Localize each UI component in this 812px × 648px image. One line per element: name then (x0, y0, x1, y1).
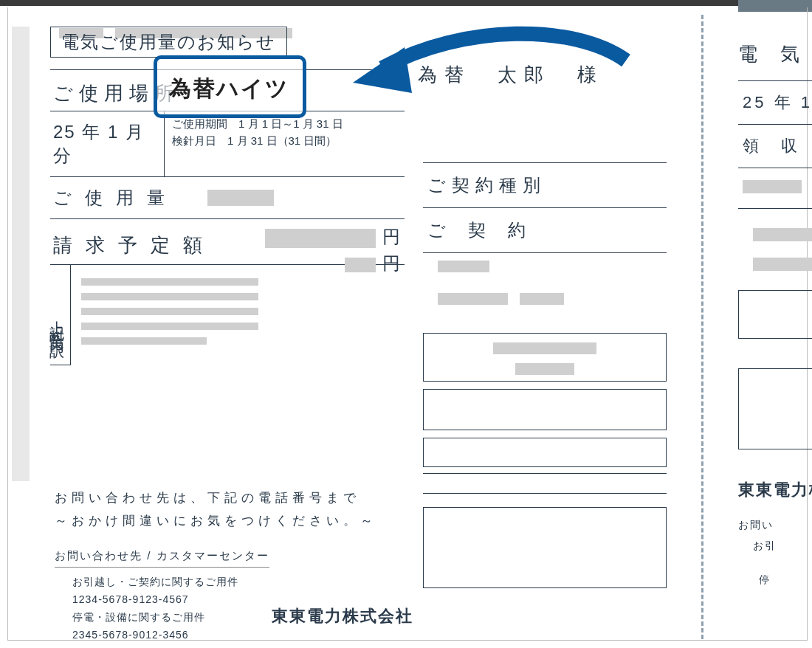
placeholder-bar (81, 293, 258, 300)
left-column: ご使用場所 為替ハイツ 25 年 1 月分 ご使用期間 1 月 1 日～1 月 … (50, 69, 405, 365)
usage-period: ご使用期間 1 月 1 日～1 月 31 日 (172, 116, 397, 133)
perforation-divider (701, 15, 703, 639)
stub-receipt-label: 領 収 金 (738, 124, 812, 168)
stub-inquiry: お引 (738, 540, 812, 553)
info-box (423, 333, 667, 382)
yen-unit: 円 (382, 253, 402, 273)
placeholder-bar (81, 337, 207, 345)
bill-label: 請求予定額 (53, 232, 216, 258)
stub-month: 25 年 1 (738, 80, 812, 124)
placeholder-bar (81, 323, 258, 330)
placeholder-bar (265, 229, 376, 248)
top-right-tab (738, 0, 812, 12)
stub-box (738, 368, 812, 449)
placeholder-bar (753, 228, 812, 241)
placeholder-bar (753, 258, 812, 271)
inquiry-line: ～おかけ間違いにお気をつけください。～ (55, 510, 377, 533)
location-value: 為替ハイツ (169, 76, 289, 100)
stub-title: 電 気 (738, 41, 812, 67)
inquiry-tel: 2345-5678-9012-3456 (72, 627, 377, 644)
stub-box (738, 290, 812, 339)
divider (423, 493, 667, 494)
contract-label: ご契約 (427, 218, 548, 242)
info-box (423, 389, 667, 430)
stub-company: 東東電力株 (738, 479, 812, 501)
top-dark-bar (0, 0, 812, 6)
left-margin-gray (12, 27, 30, 481)
breakdown-body (71, 265, 405, 365)
placeholder-bar (81, 278, 258, 286)
usage-label: ご使用量 (53, 186, 178, 210)
stub-inquiry: 停 (738, 573, 812, 587)
placeholder-bar (520, 293, 564, 305)
placeholder-bar (493, 342, 596, 354)
location-highlight-box: 為替ハイツ (154, 55, 306, 118)
document-main: 電気ご使用量のお知らせ 為替 太郎 様 ご使用場所 為替ハイツ 25 年 1 月… (50, 27, 656, 365)
info-box (423, 438, 667, 467)
placeholder-bar (515, 363, 574, 375)
placeholder-bar (81, 308, 258, 315)
yen-unit: 円 (382, 227, 402, 247)
inquiry-subtitle: お問い合わせ先 / カスタマーセンター (55, 545, 269, 568)
contract-type-row: ご契約種別 (423, 162, 667, 207)
divider (423, 473, 667, 474)
info-box-large (423, 507, 667, 588)
placeholder-bar (345, 258, 376, 272)
contract-type-label: ご契約種別 (427, 173, 546, 197)
company-name: 東東電力株式会社 (272, 605, 413, 627)
meter-date: 検針月日 1 月 31 日（31 日間） (172, 133, 397, 150)
billing-month: 25 年 1 月分 (50, 111, 164, 176)
breakdown-label: 上記料金内訳 (50, 265, 71, 365)
placeholder-bar (438, 293, 508, 305)
placeholder-bar (743, 180, 802, 193)
inquiry-item: お引越し・ご契約に関するご用件 (72, 573, 377, 591)
placeholder-bar (438, 261, 489, 272)
contract-row: ご契約 (423, 207, 667, 253)
placeholder-bar (207, 190, 274, 206)
inquiry-line: お問い合わせ先は、下記の電話番号まで (55, 487, 377, 510)
right-column: ご契約種別 ご契約 (423, 162, 667, 588)
notice-title: 電気ご使用量のお知らせ (50, 27, 287, 58)
receipt-stub: 電 気 25 年 1 領 収 金 東東電力株 お問い お引 停 (738, 41, 812, 587)
stub-inquiry: お問い (738, 519, 812, 532)
